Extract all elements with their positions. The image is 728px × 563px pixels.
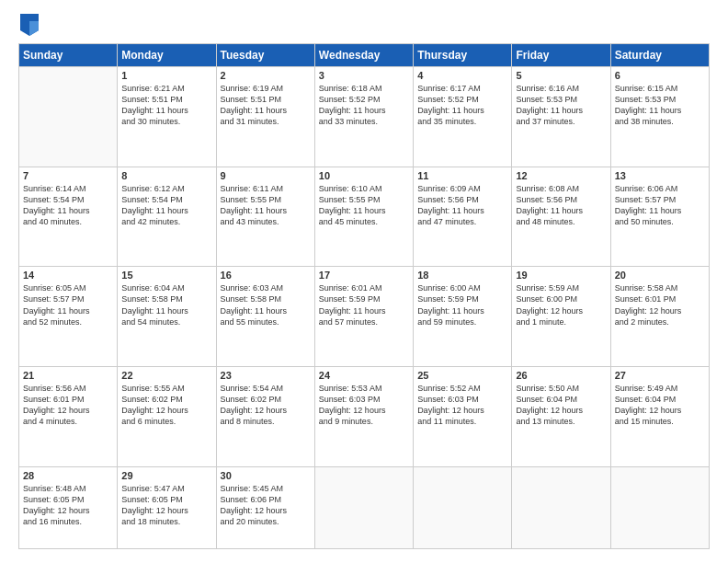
cell-content: Sunrise: 6:01 AMSunset: 5:59 PMDaylight:… <box>319 282 409 327</box>
cell-content: Sunrise: 6:06 AMSunset: 5:57 PMDaylight:… <box>615 183 705 228</box>
day-number: 4 <box>417 70 507 81</box>
day-number: 6 <box>615 70 705 81</box>
day-number: 29 <box>121 470 211 481</box>
calendar-cell: 23Sunrise: 5:54 AMSunset: 6:02 PMDayligh… <box>216 366 314 466</box>
calendar-row-4: 28Sunrise: 5:48 AMSunset: 6:05 PMDayligh… <box>19 466 710 549</box>
day-number: 8 <box>121 170 211 181</box>
cell-content: Sunrise: 5:54 AMSunset: 6:02 PMDaylight:… <box>221 383 311 428</box>
calendar-cell: 2Sunrise: 6:19 AMSunset: 5:51 PMDaylight… <box>216 67 314 167</box>
calendar-cell: 26Sunrise: 5:50 AMSunset: 6:04 PMDayligh… <box>512 366 610 466</box>
cell-content: Sunrise: 5:56 AMSunset: 6:01 PMDaylight:… <box>23 383 113 428</box>
calendar-cell: 13Sunrise: 6:06 AMSunset: 5:57 PMDayligh… <box>610 167 709 267</box>
calendar-cell: 18Sunrise: 6:00 AMSunset: 5:59 PMDayligh… <box>414 267 512 367</box>
cell-content: Sunrise: 6:12 AMSunset: 5:54 PMDaylight:… <box>121 183 211 228</box>
cell-content: Sunrise: 6:09 AMSunset: 5:56 PMDaylight:… <box>417 183 507 228</box>
cell-content: Sunrise: 5:50 AMSunset: 6:04 PMDaylight:… <box>516 383 606 428</box>
calendar-row-0: 1Sunrise: 6:21 AMSunset: 5:51 PMDaylight… <box>19 67 710 167</box>
day-number: 10 <box>319 170 409 181</box>
cell-content: Sunrise: 6:16 AMSunset: 5:53 PMDaylight:… <box>516 83 606 128</box>
calendar-cell: 20Sunrise: 5:58 AMSunset: 6:01 PMDayligh… <box>610 267 709 367</box>
calendar-header-friday: Friday <box>512 44 610 67</box>
calendar-cell: 3Sunrise: 6:18 AMSunset: 5:52 PMDaylight… <box>314 67 413 167</box>
calendar-cell: 25Sunrise: 5:52 AMSunset: 6:03 PMDayligh… <box>414 366 512 466</box>
cell-content: Sunrise: 6:11 AMSunset: 5:55 PMDaylight:… <box>221 183 311 228</box>
calendar-cell: 9Sunrise: 6:11 AMSunset: 5:55 PMDaylight… <box>216 167 314 267</box>
cell-content: Sunrise: 5:53 AMSunset: 6:03 PMDaylight:… <box>319 383 409 428</box>
cell-content: Sunrise: 6:05 AMSunset: 5:57 PMDaylight:… <box>23 282 113 327</box>
cell-content: Sunrise: 5:45 AMSunset: 6:06 PMDaylight:… <box>221 483 311 528</box>
cell-content: Sunrise: 5:59 AMSunset: 6:00 PMDaylight:… <box>516 282 606 327</box>
logo <box>18 14 44 36</box>
cell-content: Sunrise: 5:52 AMSunset: 6:03 PMDaylight:… <box>417 383 507 428</box>
cell-content: Sunrise: 6:14 AMSunset: 5:54 PMDaylight:… <box>23 183 113 228</box>
day-number: 9 <box>221 170 311 181</box>
calendar-cell: 11Sunrise: 6:09 AMSunset: 5:56 PMDayligh… <box>414 167 512 267</box>
calendar-cell: 27Sunrise: 5:49 AMSunset: 6:04 PMDayligh… <box>610 366 709 466</box>
calendar-row-1: 7Sunrise: 6:14 AMSunset: 5:54 PMDaylight… <box>19 167 710 267</box>
calendar-header-thursday: Thursday <box>414 44 512 67</box>
calendar-cell: 12Sunrise: 6:08 AMSunset: 5:56 PMDayligh… <box>512 167 610 267</box>
calendar-header-monday: Monday <box>118 44 216 67</box>
calendar-cell: 8Sunrise: 6:12 AMSunset: 5:54 PMDaylight… <box>118 167 216 267</box>
calendar-cell: 15Sunrise: 6:04 AMSunset: 5:58 PMDayligh… <box>118 267 216 367</box>
cell-content: Sunrise: 5:49 AMSunset: 6:04 PMDaylight:… <box>615 383 705 428</box>
calendar-cell: 4Sunrise: 6:17 AMSunset: 5:52 PMDaylight… <box>414 67 512 167</box>
cell-content: Sunrise: 6:10 AMSunset: 5:55 PMDaylight:… <box>319 183 409 228</box>
calendar-header-wednesday: Wednesday <box>314 44 413 67</box>
cell-content: Sunrise: 6:21 AMSunset: 5:51 PMDaylight:… <box>121 83 211 128</box>
svg-marker-1 <box>29 21 39 36</box>
calendar-cell: 6Sunrise: 6:15 AMSunset: 5:53 PMDaylight… <box>610 67 709 167</box>
cell-content: Sunrise: 5:55 AMSunset: 6:02 PMDaylight:… <box>121 383 211 428</box>
cell-content: Sunrise: 6:19 AMSunset: 5:51 PMDaylight:… <box>221 83 311 128</box>
day-number: 21 <box>23 370 113 381</box>
calendar-cell: 1Sunrise: 6:21 AMSunset: 5:51 PMDaylight… <box>118 67 216 167</box>
calendar-cell: 28Sunrise: 5:48 AMSunset: 6:05 PMDayligh… <box>19 466 118 549</box>
calendar-cell <box>610 466 709 549</box>
calendar-cell: 5Sunrise: 6:16 AMSunset: 5:53 PMDaylight… <box>512 67 610 167</box>
day-number: 2 <box>221 70 311 81</box>
calendar-header-sunday: Sunday <box>19 44 118 67</box>
calendar-cell: 29Sunrise: 5:47 AMSunset: 6:05 PMDayligh… <box>118 466 216 549</box>
day-number: 15 <box>121 270 211 281</box>
day-number: 23 <box>221 370 311 381</box>
day-number: 20 <box>615 270 705 281</box>
cell-content: Sunrise: 5:47 AMSunset: 6:05 PMDaylight:… <box>121 483 211 528</box>
calendar-cell: 16Sunrise: 6:03 AMSunset: 5:58 PMDayligh… <box>216 267 314 367</box>
day-number: 16 <box>221 270 311 281</box>
cell-content: Sunrise: 6:03 AMSunset: 5:58 PMDaylight:… <box>221 282 311 327</box>
calendar-header-tuesday: Tuesday <box>216 44 314 67</box>
day-number: 24 <box>319 370 409 381</box>
calendar-header-saturday: Saturday <box>610 44 709 67</box>
day-number: 25 <box>417 370 507 381</box>
day-number: 14 <box>23 270 113 281</box>
cell-content: Sunrise: 6:00 AMSunset: 5:59 PMDaylight:… <box>417 282 507 327</box>
day-number: 27 <box>615 370 705 381</box>
calendar-cell <box>19 67 118 167</box>
day-number: 30 <box>221 470 311 481</box>
calendar-cell: 21Sunrise: 5:56 AMSunset: 6:01 PMDayligh… <box>19 366 118 466</box>
cell-content: Sunrise: 6:15 AMSunset: 5:53 PMDaylight:… <box>615 83 705 128</box>
cell-content: Sunrise: 5:58 AMSunset: 6:01 PMDaylight:… <box>615 282 705 327</box>
day-number: 7 <box>23 170 113 181</box>
calendar-cell: 19Sunrise: 5:59 AMSunset: 6:00 PMDayligh… <box>512 267 610 367</box>
day-number: 3 <box>319 70 409 81</box>
calendar-body: 1Sunrise: 6:21 AMSunset: 5:51 PMDaylight… <box>19 67 710 549</box>
day-number: 5 <box>516 70 606 81</box>
day-number: 22 <box>121 370 211 381</box>
calendar-table: SundayMondayTuesdayWednesdayThursdayFrid… <box>18 43 710 549</box>
day-number: 11 <box>417 170 507 181</box>
calendar-cell: 14Sunrise: 6:05 AMSunset: 5:57 PMDayligh… <box>19 267 118 367</box>
day-number: 17 <box>319 270 409 281</box>
day-number: 26 <box>516 370 606 381</box>
cell-content: Sunrise: 6:04 AMSunset: 5:58 PMDaylight:… <box>121 282 211 327</box>
page: SundayMondayTuesdayWednesdayThursdayFrid… <box>0 0 728 563</box>
calendar-cell <box>414 466 512 549</box>
logo-icon <box>20 14 39 36</box>
calendar-row-3: 21Sunrise: 5:56 AMSunset: 6:01 PMDayligh… <box>19 366 710 466</box>
day-number: 18 <box>417 270 507 281</box>
day-number: 13 <box>615 170 705 181</box>
calendar-cell: 24Sunrise: 5:53 AMSunset: 6:03 PMDayligh… <box>314 366 413 466</box>
calendar-cell: 17Sunrise: 6:01 AMSunset: 5:59 PMDayligh… <box>314 267 413 367</box>
cell-content: Sunrise: 6:18 AMSunset: 5:52 PMDaylight:… <box>319 83 409 128</box>
day-number: 12 <box>516 170 606 181</box>
